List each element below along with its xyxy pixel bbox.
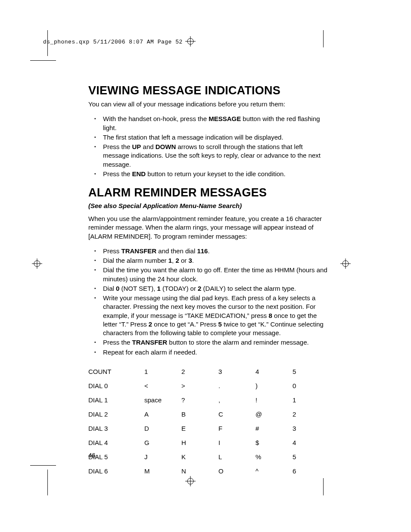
table-cell: B: [181, 407, 218, 421]
bold-text: 116: [197, 247, 208, 255]
table-row: DIAL 6MNO^6: [88, 464, 330, 478]
list-item: Dial 0 (NOT SET), 1 (TODAY) or 2 (DAILY)…: [88, 284, 330, 293]
table-header: 5: [293, 364, 330, 379]
text: and then dial: [156, 247, 197, 255]
bold-text: END: [132, 170, 146, 177]
text: (TODAY) or: [161, 285, 198, 292]
text: Press the: [103, 170, 132, 177]
list-item: Press the END button to return your keys…: [88, 170, 330, 178]
table-cell: DIAL 6: [88, 464, 144, 478]
bold-text: 3: [188, 257, 192, 264]
table-cell: 5: [293, 450, 330, 464]
table-cell: J: [144, 450, 181, 464]
table-cell: DIAL 4: [88, 436, 144, 450]
list-item: Dial the alarm number 1, 2 or 3.: [88, 256, 330, 265]
table-cell: L: [218, 450, 255, 464]
bold-text: TRANSFER: [121, 247, 157, 255]
table-cell: 6: [293, 464, 330, 478]
text: Press: [103, 247, 121, 255]
intro-text: You can view all of your message indicat…: [88, 100, 330, 109]
list-item: Press the UP and DOWN arrows to scroll t…: [88, 143, 330, 169]
table-row: DIAL 3DEF#3: [88, 421, 330, 436]
crop-mark: [323, 30, 324, 47]
page-number: 46: [88, 451, 96, 459]
crop-mark: [30, 60, 56, 61]
table-header: 3: [218, 364, 255, 379]
text: (NOT SET),: [119, 285, 157, 292]
bold-text: DOWN: [156, 143, 176, 150]
table-cell: DIAL 0: [88, 379, 144, 393]
table-cell: 1: [293, 393, 330, 407]
bullet-list-2: Press TRANSFER and then dial 116. Dial t…: [88, 247, 330, 357]
table-cell: 2: [293, 407, 330, 421]
table-row: DIAL 5JKL%5: [88, 450, 330, 464]
list-item: Write your message using the dial pad ke…: [88, 294, 330, 337]
table-cell: E: [181, 421, 218, 436]
text: .: [192, 257, 194, 264]
table-cell: A: [144, 407, 181, 421]
table-cell: 3: [293, 421, 330, 436]
table-cell: #: [255, 421, 293, 436]
table-cell: N: [181, 464, 218, 478]
subheading: (See also Special Application Menu-Name …: [88, 202, 330, 209]
table-cell: ,: [218, 393, 255, 407]
table-row: DIAL 1space?,!1: [88, 393, 330, 407]
bullet-list-1: With the handset on-hook, press the MESS…: [88, 115, 330, 178]
table-cell: K: [181, 450, 218, 464]
text: With the handset on-hook, press the: [103, 115, 209, 122]
table-cell: O: [218, 464, 255, 478]
table-cell: ): [255, 379, 293, 393]
text: or: [179, 257, 189, 264]
crop-mark: [323, 478, 324, 495]
table-cell: !: [255, 393, 293, 407]
table-header: 1: [144, 364, 181, 379]
slug-line: ds_phones.qxp 5/11/2006 8:07 AM Page 52: [43, 39, 183, 45]
table-cell: %: [255, 450, 293, 464]
bold-text: MESSAGE: [209, 115, 241, 122]
table-header: COUNT: [88, 364, 144, 379]
text: button to return your keyset to the idle…: [146, 170, 285, 177]
bold-text: TRANSFER: [132, 339, 168, 346]
text: Press the: [103, 339, 132, 346]
table-header: 2: [181, 364, 218, 379]
body-paragraph: When you use the alarm/appointment remin…: [88, 215, 330, 241]
registration-mark-icon: [185, 36, 196, 47]
bold-text: 5: [218, 320, 222, 328]
table-cell: C: [218, 407, 255, 421]
text: Press the: [103, 143, 132, 150]
text: Repeat for each alarm if needed.: [103, 348, 197, 356]
table-cell: space: [144, 393, 181, 407]
text: button to store the alarm and reminder m…: [167, 339, 309, 346]
list-item: Press TRANSFER and then dial 116.: [88, 247, 330, 255]
registration-mark-icon: [340, 258, 351, 269]
page-content: VIEWING MESSAGE INDICATIONS You can view…: [88, 84, 330, 478]
bold-text: 1: [168, 257, 172, 264]
table-cell: <: [144, 379, 181, 393]
table-cell: >: [181, 379, 218, 393]
table-row: DIAL 0<>.)0: [88, 379, 330, 393]
text: The first station that left a message in…: [103, 134, 283, 141]
list-item: Dial the time you want the alarm to go o…: [88, 266, 330, 283]
table-cell: DIAL 3: [88, 421, 144, 436]
table-cell: DIAL 2: [88, 407, 144, 421]
table-row: DIAL 2ABC@2: [88, 407, 330, 421]
table-cell: DIAL 1: [88, 393, 144, 407]
table-header-row: COUNT 1 2 3 4 5: [88, 364, 330, 379]
table-cell: DIAL 5: [88, 450, 144, 464]
list-item: Press the TRANSFER button to store the a…: [88, 338, 330, 347]
text: Dial the time you want the alarm to go o…: [103, 266, 327, 282]
text: (DAILY) to select the alarm type.: [201, 285, 296, 292]
table-cell: F: [218, 421, 255, 436]
bold-text: 2: [175, 257, 179, 264]
text: once to get “A.” Press: [152, 320, 218, 328]
list-item: Repeat for each alarm if needed.: [88, 348, 330, 357]
list-item: With the handset on-hook, press the MESS…: [88, 115, 330, 132]
registration-mark-icon: [32, 258, 42, 269]
crop-mark: [30, 465, 56, 466]
table-cell: @: [255, 407, 293, 421]
table-cell: M: [144, 464, 181, 478]
heading-viewing: VIEWING MESSAGE INDICATIONS: [88, 84, 330, 97]
text: .: [208, 247, 209, 255]
table-cell: ^: [255, 464, 293, 478]
text: Dial the alarm number: [103, 257, 168, 264]
